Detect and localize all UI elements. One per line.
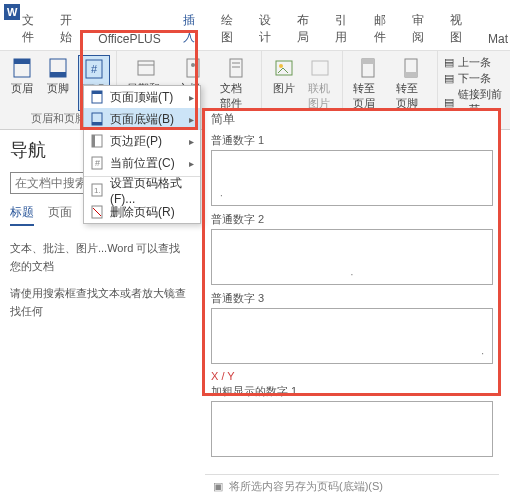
prev-button[interactable]: ▤上一条 [444,55,504,70]
svg-rect-17 [312,61,328,75]
svg-text:#: # [91,63,98,75]
menu-current-pos[interactable]: #当前位置(C) [84,152,200,174]
app-icon: W [4,4,20,20]
menu-remove-page-number[interactable]: 删除页码(R) [84,201,200,223]
tab-draw[interactable]: 绘图 [219,8,239,50]
menu-page-bottom[interactable]: 页面底端(B) [84,108,200,130]
tab-file[interactable]: 文件 [20,8,40,50]
page-bottom-icon [90,112,104,126]
goto-footer-button[interactable]: 转至页脚 [392,55,431,113]
nav-tab-headings[interactable]: 标题 [10,204,34,226]
picture-button[interactable]: 图片 [268,55,300,98]
next-button[interactable]: ▤下一条 [444,71,504,86]
svg-rect-21 [405,72,417,77]
online-picture-button[interactable]: 联机图片 [304,55,336,113]
footer-button[interactable]: 页脚 [42,55,74,98]
menu-page-margin[interactable]: 页边距(P) [84,130,200,152]
next-icon: ▤ [444,72,454,85]
svg-rect-8 [138,61,154,75]
remove-icon [90,205,104,219]
gallery-item-2[interactable]: 普通数字 2 · [211,212,493,285]
ribbon-tabs: 文件 开始 OfficePLUS 插入 绘图 设计 布局 引用 邮件 审阅 视图… [0,24,510,50]
link-icon: ▤ [444,96,454,109]
prev-icon: ▤ [444,56,454,69]
tab-layout[interactable]: 布局 [295,8,315,50]
group-label-hf: 页眉和页脚 [31,111,86,128]
svg-rect-10 [187,59,199,77]
svg-text:1.: 1. [94,186,101,195]
page-margin-icon [90,134,104,148]
svg-rect-19 [362,59,374,64]
menu-page-top[interactable]: 页面顶端(T) [84,86,200,108]
tab-design[interactable]: 设计 [257,8,277,50]
svg-line-33 [93,208,101,216]
save-icon: ▣ [213,480,223,493]
gallery-item-bold-1[interactable]: 加粗显示的数字 1 [211,384,493,457]
header-button[interactable]: 页眉 [6,55,38,98]
page-number-menu: 页面顶端(T) 页面底端(B) 页边距(P) #当前位置(C) 1.设置页码格式… [83,85,201,224]
gallery-section-xy: X / Y [205,370,499,382]
svg-rect-12 [230,59,242,77]
svg-rect-23 [92,91,102,94]
nav-help-1: 文本、批注、图片...Word 可以查找您的文档 [10,240,190,275]
svg-text:W: W [7,6,18,18]
goto-header-button[interactable]: 转至页眉 [349,55,388,113]
tab-mail[interactable]: 邮件 [372,8,392,50]
tab-review[interactable]: 审阅 [410,8,430,50]
current-pos-icon: # [90,156,104,170]
page-number-gallery: 简单 普通数字 1 · 普通数字 2 · 普通数字 3 · X / Y 加粗显示… [205,108,499,498]
svg-text:#: # [95,158,100,168]
svg-rect-5 [50,72,66,77]
gallery-item-1[interactable]: 普通数字 1 · [211,133,493,206]
tab-references[interactable]: 引用 [333,8,353,50]
svg-point-16 [279,64,283,68]
menu-format-page-number[interactable]: 1.设置页码格式(F)... [84,179,200,201]
nav-help-2: 请使用搜索框查找文本或者放大镜查找任何 [10,285,190,320]
page-top-icon [90,90,104,104]
tab-officeplus[interactable]: OfficePLUS [96,28,162,50]
doc-parts-button[interactable]: 文档部件 [216,55,255,113]
gallery-section-simple: 简单 [205,108,499,131]
tab-mat[interactable]: Mat [486,28,510,50]
svg-rect-3 [14,59,30,64]
svg-point-11 [191,63,195,67]
nav-tab-pages[interactable]: 页面 [48,204,72,226]
format-icon: 1. [90,183,104,197]
tab-view[interactable]: 视图 [448,8,468,50]
tab-insert[interactable]: 插入 [181,8,201,50]
gallery-item-3[interactable]: 普通数字 3 · [211,291,493,364]
gallery-save-selection[interactable]: ▣ 将所选内容另存为页码(底端)(S) [205,474,499,498]
tab-home[interactable]: 开始 [58,8,78,50]
svg-rect-25 [92,122,102,125]
svg-rect-27 [92,135,95,147]
